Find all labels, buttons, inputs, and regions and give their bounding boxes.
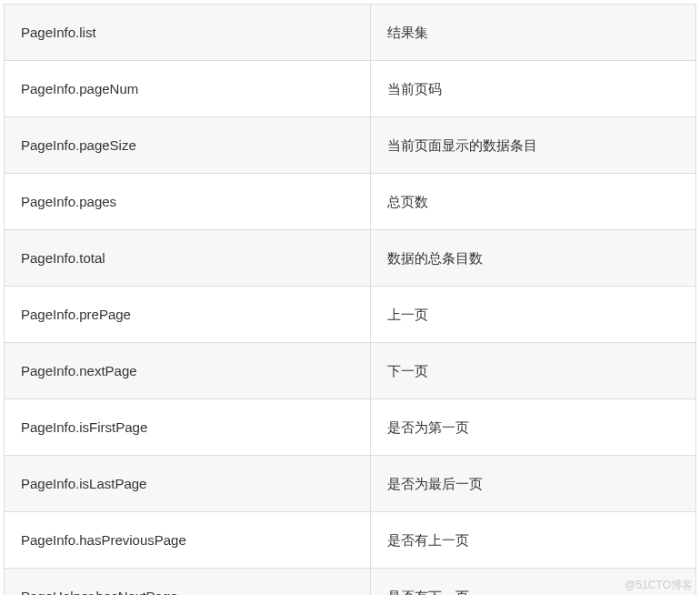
description-cell: 下一页 <box>371 343 696 399</box>
property-cell: PageInfo.total <box>5 230 371 287</box>
table-row: PageInfo.hasPreviousPage 是否有上一页 <box>5 512 696 569</box>
table-row: PageInfo.pageSize 当前页面显示的数据条目 <box>5 117 696 174</box>
description-cell: 是否为第一页 <box>371 399 696 456</box>
property-cell: PageInfo.isFirstPage <box>5 399 371 456</box>
description-cell: 是否有下一页 <box>371 569 696 596</box>
table-row: PageInfo.pages 总页数 <box>5 174 696 230</box>
description-cell: 是否有上一页 <box>371 512 696 569</box>
description-cell: 当前页码 <box>371 61 696 117</box>
table-body: PageInfo.list 结果集 PageInfo.pageNum 当前页码 … <box>5 5 696 596</box>
property-cell: PageInfo.list <box>5 5 371 61</box>
table-row: PageInfo.isLastPage 是否为最后一页 <box>5 456 696 512</box>
property-cell: PageHelper.hasNextPage <box>5 569 371 596</box>
property-cell: PageInfo.hasPreviousPage <box>5 512 371 569</box>
property-cell: PageInfo.prePage <box>5 287 371 343</box>
table-row: PageInfo.total 数据的总条目数 <box>5 230 696 287</box>
table-row: PageInfo.prePage 上一页 <box>5 287 696 343</box>
description-cell: 结果集 <box>371 5 696 61</box>
property-cell: PageInfo.pageNum <box>5 61 371 117</box>
pageinfo-table: PageInfo.list 结果集 PageInfo.pageNum 当前页码 … <box>4 4 696 595</box>
table-row: PageInfo.nextPage 下一页 <box>5 343 696 399</box>
description-cell: 是否为最后一页 <box>371 456 696 512</box>
table-row: PageHelper.hasNextPage 是否有下一页 <box>5 569 696 596</box>
table-row: PageInfo.pageNum 当前页码 <box>5 61 696 117</box>
property-cell: PageInfo.isLastPage <box>5 456 371 512</box>
table-row: PageInfo.list 结果集 <box>5 5 696 61</box>
property-cell: PageInfo.pages <box>5 174 371 230</box>
description-cell: 总页数 <box>371 174 696 230</box>
property-cell: PageInfo.pageSize <box>5 117 371 174</box>
description-cell: 数据的总条目数 <box>371 230 696 287</box>
description-cell: 上一页 <box>371 287 696 343</box>
table-row: PageInfo.isFirstPage 是否为第一页 <box>5 399 696 456</box>
property-cell: PageInfo.nextPage <box>5 343 371 399</box>
description-cell: 当前页面显示的数据条目 <box>371 117 696 174</box>
